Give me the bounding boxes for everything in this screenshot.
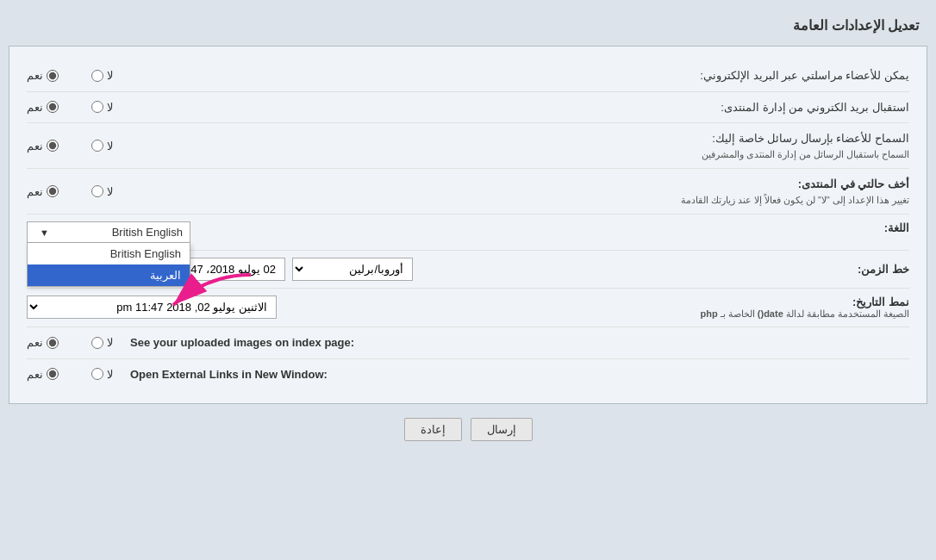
allow-pm-row: السماح للأعضاء بإرسال رسائل خاصة إليك: ا… [27,123,909,169]
timezone-label: خط الزمن: [420,263,909,276]
language-dropdown-list: British English العربية [27,243,190,287]
reset-button[interactable]: إعادة [404,418,462,441]
see-images-radio-group: لا نعم [27,336,113,349]
language-section: اللغة: British English ▼ British English… [27,215,909,251]
see-images-yes-radio[interactable] [47,337,59,349]
see-images-label: See your uploaded images on index page: [113,334,909,352]
hide-status-row: أخف حالتي في المنتدى: تغيير هذا الإعداد … [27,169,909,215]
open-external-radio-group: لا نعم [27,368,113,381]
page-title: تعديل الإعدادات العامة [0,9,936,46]
receive-admin-yes-label: نعم [27,101,43,114]
language-label: اللغة: [190,221,909,234]
see-images-no-radio[interactable] [91,337,103,349]
receive-admin-email-label: استقبال بريد الكتروني من إدارة المنتدى: [113,99,909,116]
submit-button[interactable]: إرسال [471,418,533,441]
allow-pm-no-label: لا [107,140,113,152]
date-format-section: نمط التاريخ: الصيغة المستخدمة مطابقة لدا… [27,289,909,327]
allow-pm-no-radio[interactable] [91,140,103,152]
receive-admin-email-row: استقبال بريد الكتروني من إدارة المنتدى: … [27,92,909,124]
hide-status-no-label: لا [107,185,113,198]
open-external-yes-label: نعم [27,368,43,381]
email-members-radio-group: لا نعم [27,69,113,82]
allow-pm-yes-label: نعم [27,140,43,152]
email-members-label: يمكن للأعضاء مراسلتي عبر البريد الإلكترو… [113,67,909,84]
date-format-label: نمط التاريخ: الصيغة المستخدمة مطابقة لدا… [284,296,909,320]
language-dropdown-trigger[interactable]: British English ▼ [27,221,190,243]
language-option-arabic[interactable]: العربية [28,264,190,286]
allow-pm-label: السماح للأعضاء بإرسال رسائل خاصة إليك: ا… [113,130,909,161]
language-current-value: British English [112,226,183,239]
see-images-row: See your uploaded images on index page: … [27,327,909,359]
date-format-select[interactable]: الاثنين يوليو 02, 2018 pm 11:47 [27,296,277,319]
allow-pm-yes-radio[interactable] [47,140,59,152]
allow-pm-radio-group: لا نعم [27,140,113,152]
language-dropdown-arrow: ▼ [40,227,49,238]
receive-admin-yes-radio[interactable] [47,101,59,113]
email-members-yes-label: نعم [27,69,43,82]
hide-status-label: أخف حالتي في المنتدى: تغيير هذا الإعداد … [113,176,909,207]
receive-admin-no-label: لا [107,101,113,114]
email-members-no-radio[interactable] [91,70,103,82]
email-members-yes-radio[interactable] [47,70,59,82]
open-external-row: Open External Links in New Window: لا نع… [27,359,909,390]
open-external-no-radio[interactable] [91,368,103,380]
language-control: British English ▼ British English العربي… [27,221,190,243]
email-members-row: يمكن للأعضاء مراسلتي عبر البريد الإلكترو… [27,60,909,92]
open-external-label: Open External Links in New Window: [113,366,909,383]
language-option-british-english[interactable]: British English [28,243,190,264]
see-images-yes-label: نعم [27,336,43,349]
see-images-no-label: لا [107,336,113,349]
receive-admin-no-radio[interactable] [91,101,103,113]
footer-buttons: إرسال إعادة [0,404,936,450]
email-members-no-label: لا [107,69,113,82]
hide-status-yes-radio[interactable] [47,185,59,197]
hide-status-no-radio[interactable] [91,185,103,197]
timezone-sub-select[interactable]: أوروبا/برلين [292,258,413,281]
receive-admin-email-radio-group: لا نعم [27,101,113,114]
open-external-yes-radio[interactable] [47,368,59,380]
open-external-no-label: لا [107,368,113,381]
hide-status-yes-label: نعم [27,185,43,198]
hide-status-radio-group: لا نعم [27,185,113,198]
